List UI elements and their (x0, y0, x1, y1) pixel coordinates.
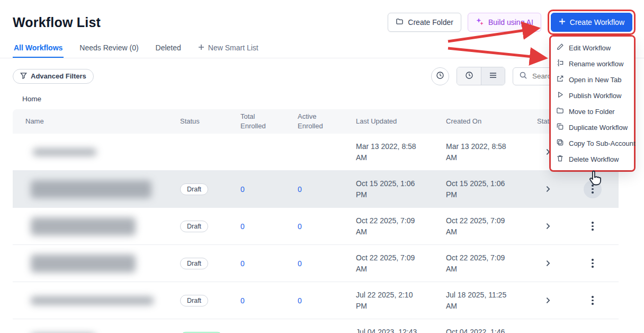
trash-icon (556, 154, 564, 164)
tab-bar: All Workflows Needs Review (0) Deleted N… (0, 39, 644, 58)
total-enrolled-link[interactable]: 0 (240, 222, 245, 231)
menu-item-publish-workflow[interactable]: Publish Workflow (551, 87, 634, 103)
row-actions-kebab[interactable] (584, 329, 602, 333)
advanced-filters-button[interactable]: Advanced Filters (13, 69, 94, 84)
menu-item-delete-workflow[interactable]: Delete Workflow (551, 151, 634, 167)
blurred-name (33, 148, 96, 156)
blurred-name (31, 217, 136, 235)
table-row[interactable]: Draft 0 0 Jul 22 2025, 2:10 PM Jul 18 20… (13, 282, 619, 319)
menu-item-open-new-tab[interactable]: Open in New Tab (551, 72, 634, 87)
menu-item-move-to-folder[interactable]: Move to Folder (551, 103, 634, 119)
col-name: Name (13, 117, 180, 126)
list-icon (489, 71, 497, 82)
total-enrolled-link[interactable]: 0 (240, 185, 245, 194)
annotation-box-create-workflow: Create Workflow (548, 10, 636, 35)
last-updated: Jul 22 2025, 2:10 PM (356, 290, 446, 311)
col-total-enrolled: Total Enrolled (240, 112, 298, 130)
menu-item-duplicate-workflow[interactable]: Duplicate Workflow (551, 119, 634, 135)
table-row[interactable]: Draft 0 0 Oct 15 2025, 1:06 PM Oct 15 20… (13, 171, 619, 208)
row-actions-kebab[interactable] (584, 255, 602, 273)
history-clock-icon (436, 71, 444, 82)
created-on: Oct 15 2025, 1:06 PM (446, 178, 537, 200)
top-bar: Workflow List Create Folder Build using … (0, 0, 644, 39)
publish-play-icon (556, 91, 564, 100)
active-enrolled-link[interactable]: 0 (298, 296, 302, 305)
created-on: Mar 13 2022, 8:58 AM (446, 141, 537, 163)
menu-item-rename-workflow[interactable]: Rename workflow (551, 56, 634, 72)
header-actions: Create Folder Build using AI Create Work… (388, 10, 636, 35)
status-badge: Draft (180, 183, 208, 195)
search-icon (520, 72, 527, 81)
table-header: Name Status Total Enrolled Active Enroll… (13, 109, 619, 134)
rename-icon (556, 59, 564, 68)
active-enrolled-link[interactable]: 0 (298, 222, 302, 231)
copy-icon (556, 138, 564, 148)
view-toggle (457, 67, 505, 85)
active-enrolled-link[interactable]: 0 (298, 185, 302, 194)
duplicate-icon (556, 122, 564, 132)
tab-new-smart-list[interactable]: New Smart List (197, 39, 260, 58)
tab-all-workflows[interactable]: All Workflows (13, 39, 64, 58)
folder-icon (396, 17, 404, 27)
total-enrolled-link[interactable]: 0 (240, 296, 245, 305)
tab-needs-review[interactable]: Needs Review (0) (78, 39, 139, 58)
last-updated: Oct 22 2025, 7:09 AM (356, 215, 446, 237)
created-on: Oct 22 2025, 7:09 AM (446, 252, 537, 274)
filter-funnel-icon (20, 72, 27, 81)
col-status: Status (180, 117, 240, 126)
last-updated: Oct 15 2025, 1:06 PM (356, 178, 446, 200)
workflow-table: Name Status Total Enrolled Active Enroll… (13, 109, 619, 333)
table-row[interactable]: Published 524 0 Jul 04 2023, 12:43 PM Oc… (13, 319, 619, 333)
history-button[interactable] (431, 67, 449, 85)
list-view-button[interactable] (481, 67, 505, 85)
external-link-icon (556, 75, 564, 84)
chevron-right-icon[interactable] (543, 185, 552, 194)
table-row[interactable]: Mar 13 2022, 8:58 AM Mar 13 2022, 8:58 A… (13, 134, 619, 171)
page-title: Workflow List (13, 15, 101, 30)
plus-icon (198, 43, 204, 52)
chevron-right-icon[interactable] (543, 222, 552, 231)
created-on: Oct 04 2022, 1:46 PM (446, 327, 537, 333)
last-updated: Oct 22 2025, 7:09 AM (356, 252, 446, 274)
toolbar: Advanced Filters (0, 58, 644, 91)
active-enrolled-link[interactable]: 0 (298, 259, 302, 268)
build-using-ai-button[interactable]: Build using AI (468, 13, 541, 32)
blurred-name (31, 255, 136, 273)
clock-icon (465, 71, 473, 82)
status-badge: Draft (180, 295, 208, 306)
chevron-right-icon[interactable] (543, 296, 552, 305)
table-row[interactable]: Draft 0 0 Oct 22 2025, 7:09 AM Oct 22 20… (13, 245, 619, 282)
row-actions-kebab[interactable] (584, 217, 602, 235)
table-row[interactable]: Draft 0 0 Oct 22 2025, 7:09 AM Oct 22 20… (13, 208, 619, 245)
breadcrumb: Home (0, 91, 644, 109)
annotation-box-context-menu: Edit Workflow Rename workflow Open in Ne… (549, 35, 636, 172)
col-active-enrolled: Active Enrolled (298, 112, 356, 130)
sparkles-icon (476, 17, 484, 28)
create-workflow-button[interactable]: Create Workflow (551, 13, 632, 32)
blurred-name (31, 180, 151, 198)
created-on: Jul 18 2025, 11:25 AM (446, 290, 537, 311)
last-updated: Jul 04 2023, 12:43 PM (356, 327, 446, 333)
total-enrolled-link[interactable]: 0 (240, 259, 245, 268)
status-badge: Draft (180, 258, 208, 269)
tab-deleted[interactable]: Deleted (155, 39, 182, 58)
recent-view-button[interactable] (457, 67, 481, 85)
create-folder-button[interactable]: Create Folder (388, 13, 461, 32)
workflow-context-menu: Edit Workflow Rename workflow Open in Ne… (551, 37, 634, 170)
chevron-right-icon[interactable] (543, 259, 552, 268)
col-last-updated: Last Updated (356, 117, 446, 126)
col-created-on: Created On (446, 117, 537, 126)
row-actions-kebab[interactable] (584, 292, 602, 310)
menu-item-copy-to-sub-account[interactable]: Copy To Sub-Account (551, 135, 634, 151)
created-on: Oct 22 2025, 7:09 AM (446, 215, 537, 237)
row-actions-kebab[interactable] (584, 180, 602, 198)
folder-icon (556, 107, 564, 116)
pencil-icon (556, 43, 564, 52)
last-updated: Mar 13 2022, 8:58 AM (356, 141, 446, 163)
plus-icon (559, 18, 566, 27)
blurred-name (31, 296, 154, 305)
menu-item-edit-workflow[interactable]: Edit Workflow (551, 40, 634, 56)
status-badge: Draft (180, 221, 208, 232)
